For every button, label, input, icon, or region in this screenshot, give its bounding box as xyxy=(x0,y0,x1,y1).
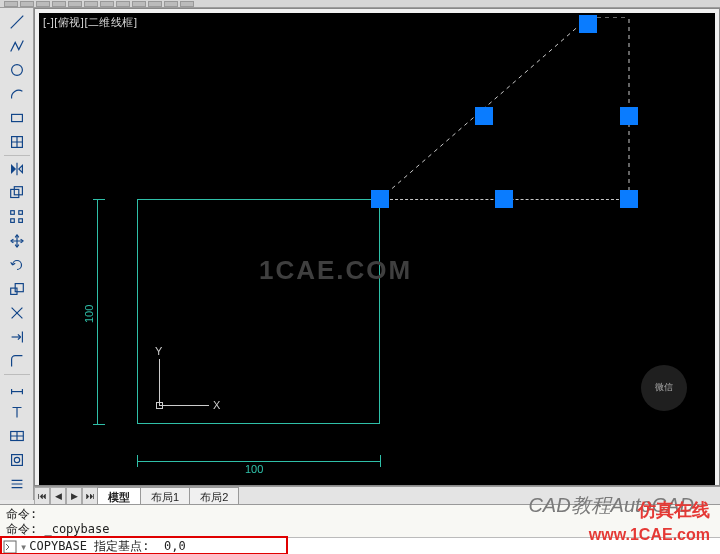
drawing-canvas[interactable]: [-][俯视][二维线框] 100 100 Y X xyxy=(39,13,715,485)
grip[interactable] xyxy=(579,15,597,33)
block-tool[interactable] xyxy=(5,448,29,472)
tab-nav-prev[interactable]: ◀ xyxy=(50,487,66,505)
tab-nav-last[interactable]: ⏭ xyxy=(82,487,98,505)
tab-nav-first[interactable]: ⏮ xyxy=(34,487,50,505)
left-tool-palette xyxy=(0,8,34,500)
command-prompt: COPYBASE 指定基点: 0,0 xyxy=(29,538,185,554)
svg-rect-12 xyxy=(11,455,22,466)
trim-tool[interactable] xyxy=(5,301,29,325)
grip[interactable] xyxy=(475,107,493,125)
cmd-history-line: 命令: xyxy=(6,507,714,522)
svg-rect-6 xyxy=(18,211,22,215)
text-tool[interactable] xyxy=(5,400,29,424)
extend-tool[interactable] xyxy=(5,325,29,349)
watermark-wechat-icon: 微信 xyxy=(641,365,687,411)
svg-rect-5 xyxy=(10,211,14,215)
array-tool[interactable] xyxy=(5,205,29,229)
line-tool[interactable] xyxy=(5,10,29,34)
svg-rect-1 xyxy=(11,114,22,121)
tab-nav-next[interactable]: ▶ xyxy=(66,487,82,505)
dim-value-width: 100 xyxy=(245,463,263,475)
offset-tool[interactable] xyxy=(5,181,29,205)
axis-label-x: X xyxy=(213,399,220,411)
selected-edge-diag xyxy=(380,17,640,207)
grip[interactable] xyxy=(495,190,513,208)
hatch-tool[interactable] xyxy=(5,130,29,154)
move-tool[interactable] xyxy=(5,229,29,253)
grip[interactable] xyxy=(620,107,638,125)
mirror-tool[interactable] xyxy=(5,157,29,181)
drawing-viewport-frame: [-][俯视][二维线框] 100 100 Y X xyxy=(34,8,720,486)
dimension-tool[interactable] xyxy=(5,376,29,400)
rectangle xyxy=(137,199,380,424)
polyline-tool[interactable] xyxy=(5,34,29,58)
rotate-tool[interactable] xyxy=(5,253,29,277)
circle-tool[interactable] xyxy=(5,58,29,82)
tab-nav: ⏮ ◀ ▶ ⏭ xyxy=(34,487,98,504)
viewport-label: [-][俯视][二维线框] xyxy=(43,15,138,30)
top-toolbar xyxy=(0,0,720,8)
properties-tool[interactable] xyxy=(5,472,29,496)
dim-line-horizontal xyxy=(137,461,380,462)
svg-rect-8 xyxy=(18,219,22,223)
dim-tick xyxy=(380,455,381,467)
watermark-red-title: 仿真在线 xyxy=(638,498,710,522)
fillet-tool[interactable] xyxy=(5,349,29,373)
tab-layout2[interactable]: 布局2 xyxy=(189,487,239,504)
tab-model[interactable]: 模型 xyxy=(97,487,141,504)
dim-tick xyxy=(137,455,138,467)
scale-tool[interactable] xyxy=(5,277,29,301)
axis-label-y: Y xyxy=(155,345,162,357)
dim-tick xyxy=(93,424,105,425)
watermark-red-url: www.1CAE.com xyxy=(589,526,710,544)
command-icon xyxy=(2,539,18,555)
dim-line-vertical xyxy=(97,199,98,424)
arc-tool[interactable] xyxy=(5,82,29,106)
layout-tabstrip: ⏮ ◀ ▶ ⏭ 模型 布局1 布局2 xyxy=(34,486,720,504)
rectangle-tool[interactable] xyxy=(5,106,29,130)
grip[interactable] xyxy=(620,190,638,208)
table-tool[interactable] xyxy=(5,424,29,448)
grip[interactable] xyxy=(371,190,389,208)
svg-point-13 xyxy=(14,457,19,462)
dim-tick xyxy=(93,199,105,200)
svg-point-0 xyxy=(11,65,22,76)
svg-rect-17 xyxy=(4,541,16,553)
dim-value-height: 100 xyxy=(83,305,95,323)
watermark-center: 1CAE.COM xyxy=(259,255,412,286)
svg-rect-7 xyxy=(10,219,14,223)
command-sep: ▾ xyxy=(20,540,27,554)
tab-layout1[interactable]: 布局1 xyxy=(140,487,190,504)
